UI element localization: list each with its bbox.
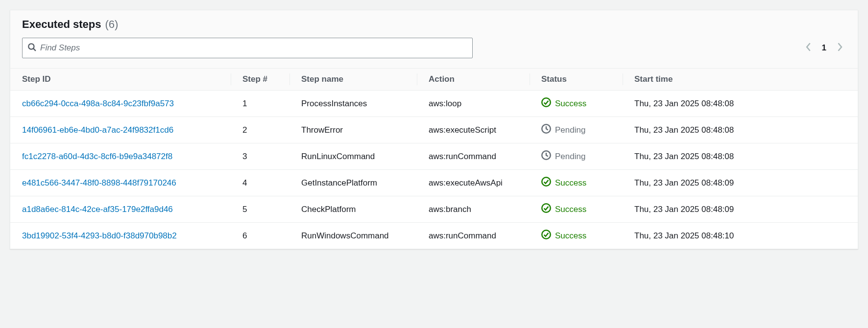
status-badge: Pending	[541, 150, 585, 163]
table-row: a1d8a6ec-814c-42ce-af35-179e2ffa9d465Che…	[10, 196, 858, 223]
status-badge: Success	[541, 230, 586, 242]
col-action[interactable]: Action	[417, 69, 530, 91]
clock-icon	[541, 124, 551, 136]
step-action-cell: aws:executeAwsApi	[417, 170, 530, 196]
page-number: 1	[822, 43, 826, 53]
step-id-link[interactable]: fc1c2278-a60d-4d3c-8cf6-b9e9a34872f8	[22, 152, 172, 161]
step-id-link[interactable]: 14f06961-eb6e-4bd0-a7ac-24f9832f1cd6	[22, 125, 173, 135]
step-num-cell: 1	[231, 91, 289, 117]
start-time-cell: Thu, 23 Jan 2025 08:48:08	[623, 117, 858, 143]
table-row: 3bd19902-53f4-4293-b8d0-f38d970b98b26Run…	[10, 223, 858, 249]
clock-icon	[541, 150, 551, 163]
step-id-link[interactable]: a1d8a6ec-814c-42ce-af35-179e2ffa9d46	[22, 205, 173, 214]
col-status[interactable]: Status	[530, 69, 623, 91]
status-badge: Pending	[541, 124, 585, 136]
col-start-time[interactable]: Start time	[623, 69, 858, 91]
prev-page-button[interactable]	[804, 44, 813, 52]
table-header-row: Step ID Step # Step name Action Status S…	[10, 69, 858, 91]
status-text: Success	[555, 231, 586, 241]
step-name-cell: CheckPlatform	[289, 196, 417, 223]
panel-title-text: Executed steps	[22, 18, 101, 31]
check-circle-icon	[541, 203, 551, 215]
executed-steps-panel: Executed steps (6)	[10, 10, 858, 249]
start-time-cell: Thu, 23 Jan 2025 08:48:08	[623, 143, 858, 170]
table-row: 14f06961-eb6e-4bd0-a7ac-24f9832f1cd62Thr…	[10, 117, 858, 143]
step-num-cell: 6	[231, 223, 289, 249]
start-time-cell: Thu, 23 Jan 2025 08:48:09	[623, 170, 858, 196]
step-name-cell: RunLinuxCommand	[289, 143, 417, 170]
step-action-cell: aws:branch	[417, 196, 530, 223]
chevron-left-icon	[806, 43, 812, 53]
step-action-cell: aws:runCommand	[417, 223, 530, 249]
check-circle-icon	[541, 230, 551, 242]
check-circle-icon	[541, 177, 551, 189]
panel-title: Executed steps (6)	[22, 18, 846, 31]
step-name-cell: ThrowError	[289, 117, 417, 143]
step-id-link[interactable]: e481c566-3447-48f0-8898-448f79170246	[22, 178, 176, 187]
col-step-id[interactable]: Step ID	[10, 69, 231, 91]
status-badge: Success	[541, 97, 586, 110]
step-action-cell: aws:runCommand	[417, 143, 530, 170]
start-time-cell: Thu, 23 Jan 2025 08:48:09	[623, 196, 858, 223]
step-action-cell: aws:executeScript	[417, 117, 530, 143]
check-circle-icon	[541, 97, 551, 110]
step-name-cell: RunWindowsCommand	[289, 223, 417, 249]
step-name-cell: ProcessInstances	[289, 91, 417, 117]
search-icon	[27, 43, 36, 53]
step-name-cell: GetInstancePlatform	[289, 170, 417, 196]
status-text: Success	[555, 205, 586, 214]
step-action-cell: aws:loop	[417, 91, 530, 117]
status-badge: Success	[541, 203, 586, 215]
table-row: fc1c2278-a60d-4d3c-8cf6-b9e9a34872f83Run…	[10, 143, 858, 170]
status-text: Pending	[555, 152, 585, 162]
panel-title-count: (6)	[105, 18, 118, 31]
panel-header: Executed steps (6)	[10, 10, 858, 69]
svg-point-6	[542, 204, 551, 212]
step-num-cell: 2	[231, 117, 289, 143]
col-step-num[interactable]: Step #	[231, 69, 289, 91]
search-field[interactable]	[22, 38, 473, 58]
svg-point-2	[542, 98, 551, 107]
steps-table: Step ID Step # Step name Action Status S…	[10, 69, 858, 249]
start-time-cell: Thu, 23 Jan 2025 08:48:10	[623, 223, 858, 249]
next-page-button[interactable]	[835, 44, 844, 52]
col-step-name[interactable]: Step name	[289, 69, 417, 91]
chevron-right-icon	[837, 43, 843, 53]
step-num-cell: 3	[231, 143, 289, 170]
status-text: Pending	[555, 125, 585, 135]
table-row: cb66c294-0cca-498a-8c84-9c23fbf9a5731Pro…	[10, 91, 858, 117]
step-id-link[interactable]: cb66c294-0cca-498a-8c84-9c23fbf9a573	[22, 99, 174, 108]
step-num-cell: 5	[231, 196, 289, 223]
svg-point-7	[542, 230, 551, 239]
status-text: Success	[555, 99, 586, 109]
step-id-link[interactable]: 3bd19902-53f4-4293-b8d0-f38d970b98b2	[22, 231, 177, 240]
svg-line-1	[33, 48, 36, 51]
step-num-cell: 4	[231, 170, 289, 196]
start-time-cell: Thu, 23 Jan 2025 08:48:08	[623, 91, 858, 117]
svg-point-0	[28, 44, 34, 49]
toolbar: 1	[22, 38, 846, 58]
pagination: 1	[804, 43, 846, 53]
status-badge: Success	[541, 177, 586, 189]
status-text: Success	[555, 178, 586, 188]
table-row: e481c566-3447-48f0-8898-448f791702464Get…	[10, 170, 858, 196]
search-input[interactable]	[36, 39, 467, 57]
svg-point-5	[542, 177, 551, 186]
